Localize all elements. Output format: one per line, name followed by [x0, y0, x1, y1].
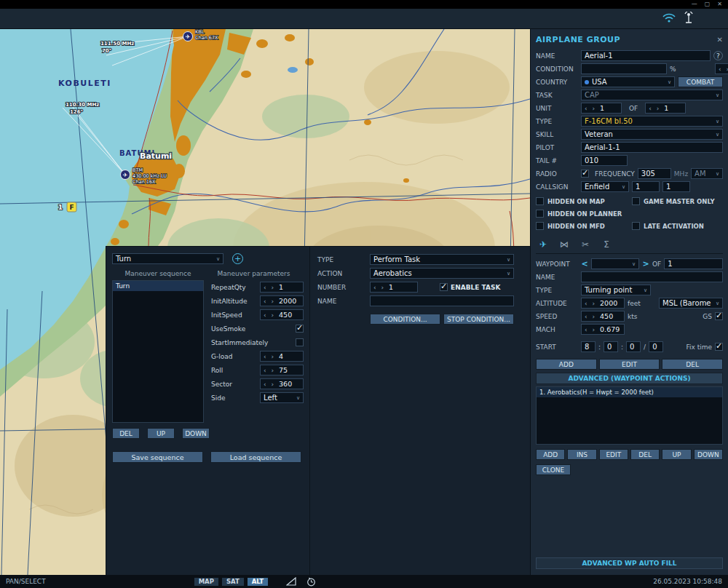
close-icon[interactable]: ✕: [717, 1, 722, 7]
side-select[interactable]: Left: [260, 392, 304, 403]
start-day-input[interactable]: [649, 341, 663, 352]
action-add-button[interactable]: ADD: [536, 449, 565, 460]
wifi-icon[interactable]: [662, 12, 676, 23]
save-sequence-button[interactable]: Save sequence: [112, 451, 203, 463]
enable-task-checkbox[interactable]: [440, 283, 448, 291]
condition-max-stepper[interactable]: 100: [715, 63, 728, 74]
action-up-button[interactable]: UP: [662, 449, 691, 460]
gload-stepper[interactable]: 4: [260, 351, 304, 362]
task-action-select[interactable]: Aerobatics: [370, 268, 514, 279]
waypoint-actions-list[interactable]: 1. Aerobatics(H = Hwpt = 2000 feet): [536, 386, 723, 445]
help-icon[interactable]: ?: [713, 51, 723, 60]
waypoint-select[interactable]: [591, 258, 639, 269]
advanced-wp-autofill-button[interactable]: ADVANCED WP AUTO FILL: [536, 557, 723, 569]
panel-close-icon[interactable]: ✕: [717, 36, 723, 44]
callsign-number-input[interactable]: [662, 181, 690, 192]
maneuver-down-button[interactable]: DOWN: [182, 428, 210, 439]
stop-condition-button[interactable]: STOP CONDITION...: [443, 314, 514, 325]
sector-stepper[interactable]: 360: [260, 378, 304, 389]
usesmoke-checkbox[interactable]: [296, 325, 304, 333]
late-activation-check[interactable]: LATE ACTIVATION: [632, 222, 723, 230]
maneuver-sequence-list[interactable]: Turn: [112, 280, 204, 423]
initaltitude-stepper[interactable]: 2000: [260, 295, 304, 306]
group-name-input[interactable]: [581, 50, 711, 61]
waypoint-name-input[interactable]: [581, 271, 723, 282]
hidden-on-map-checkbox[interactable]: [536, 197, 544, 205]
initspeed-stepper[interactable]: 450: [260, 309, 304, 320]
unit-of-stepper[interactable]: 1: [645, 103, 686, 114]
callsign-select[interactable]: Enfield: [581, 181, 629, 192]
tail-number-input[interactable]: [581, 155, 628, 166]
minimize-icon[interactable]: —: [692, 1, 697, 7]
mach-stepper[interactable]: 0.679: [581, 324, 625, 335]
condition-input[interactable]: [581, 63, 667, 74]
task-select[interactable]: CAP: [581, 90, 723, 100]
altitude-ref-select[interactable]: MSL (Barome: [659, 298, 723, 309]
hidden-on-mfd-checkbox[interactable]: [536, 222, 544, 230]
ruler-icon[interactable]: [286, 577, 296, 586]
route-tab-icon[interactable]: ✈: [536, 239, 550, 250]
game-master-only-checkbox[interactable]: [632, 197, 640, 205]
altitude-stepper[interactable]: 2000: [581, 298, 625, 309]
action-ins-button[interactable]: INS: [567, 449, 596, 460]
unit-count-stepper[interactable]: 1: [581, 103, 622, 114]
load-sequence-button[interactable]: Load sequence: [210, 451, 301, 463]
clock-icon[interactable]: [306, 577, 316, 587]
roll-stepper[interactable]: 75: [260, 365, 304, 376]
waypoint-del-button[interactable]: DEL: [662, 359, 723, 370]
task-number-stepper[interactable]: 1: [370, 282, 418, 293]
task-type-select[interactable]: Perform Task: [370, 254, 514, 265]
start-seconds-input[interactable]: [626, 341, 641, 352]
sat-layer-button[interactable]: SAT: [221, 577, 245, 587]
waypoint-type-select[interactable]: Turning point: [581, 285, 651, 295]
add-maneuver-icon[interactable]: +: [232, 253, 243, 264]
start-minutes-input[interactable]: [604, 341, 618, 352]
speed-stepper[interactable]: 450: [581, 311, 625, 322]
advanced-actions-header[interactable]: ADVANCED (WAYPOINT ACTIONS): [536, 373, 723, 384]
alt-layer-button[interactable]: ALT: [247, 577, 269, 587]
batumi-airport-icon[interactable]: ✈: [121, 170, 130, 180]
radio-checkbox[interactable]: [581, 170, 589, 178]
maximize-icon[interactable]: ▢: [705, 1, 711, 7]
sequence-item[interactable]: Turn: [113, 281, 203, 291]
waypoint-action-item[interactable]: 1. Aerobatics(H = Hwpt = 2000 feet): [537, 387, 722, 397]
maneuver-up-button[interactable]: UP: [147, 428, 175, 439]
skill-select[interactable]: Veteran: [581, 129, 723, 140]
gs-checkbox[interactable]: [715, 312, 723, 320]
waypoint-prev-icon[interactable]: <: [581, 259, 588, 269]
hidden-on-planner-check[interactable]: HIDDEN ON PLANNER: [536, 210, 632, 218]
hidden-on-mfd-check[interactable]: HIDDEN ON MFD: [536, 222, 632, 230]
waypoint-marker[interactable]: 1 F: [58, 202, 76, 212]
task-name-input[interactable]: [370, 295, 514, 306]
maneuver-preset-select[interactable]: Turn: [112, 253, 223, 264]
kobuleti-airport-icon[interactable]: ✈: [183, 32, 193, 41]
action-del-button[interactable]: DEL: [630, 449, 660, 460]
condition-button[interactable]: CONDITION...: [370, 314, 440, 325]
aircraft-type-select[interactable]: F-16CM bl.50: [581, 116, 723, 127]
repeatqty-stepper[interactable]: 1: [260, 282, 304, 293]
map-layer-button[interactable]: MAP: [194, 577, 219, 587]
hidden-on-map-check[interactable]: HIDDEN ON MAP: [536, 197, 632, 205]
start-hours-input[interactable]: [581, 341, 596, 352]
hidden-on-planner-checkbox[interactable]: [536, 210, 544, 218]
action-down-button[interactable]: DOWN: [694, 449, 723, 460]
frequency-input[interactable]: [638, 168, 671, 179]
combat-button[interactable]: COMBAT: [678, 76, 723, 87]
antenna-icon[interactable]: [684, 12, 693, 23]
payload-tab-icon[interactable]: ⋈: [557, 239, 571, 250]
waypoint-next-icon[interactable]: >: [642, 259, 649, 269]
modulation-select[interactable]: AM: [691, 168, 723, 179]
waypoint-add-button[interactable]: ADD: [536, 359, 597, 370]
startimmediately-checkbox[interactable]: [296, 338, 304, 346]
callsign-flight-input[interactable]: [632, 181, 660, 192]
country-select[interactable]: USA: [581, 76, 675, 87]
maneuver-del-button[interactable]: DEL: [112, 428, 140, 439]
late-activation-checkbox[interactable]: [632, 222, 640, 230]
action-edit-button[interactable]: EDIT: [599, 449, 628, 460]
tools-tab-icon[interactable]: ✂: [578, 239, 593, 250]
waypoint-edit-button[interactable]: EDIT: [599, 359, 660, 370]
fix-time-checkbox[interactable]: [715, 343, 723, 351]
summary-tab-icon[interactable]: Σ: [599, 239, 614, 250]
pilot-input[interactable]: [581, 142, 723, 153]
action-clone-button[interactable]: CLONE: [536, 464, 571, 475]
